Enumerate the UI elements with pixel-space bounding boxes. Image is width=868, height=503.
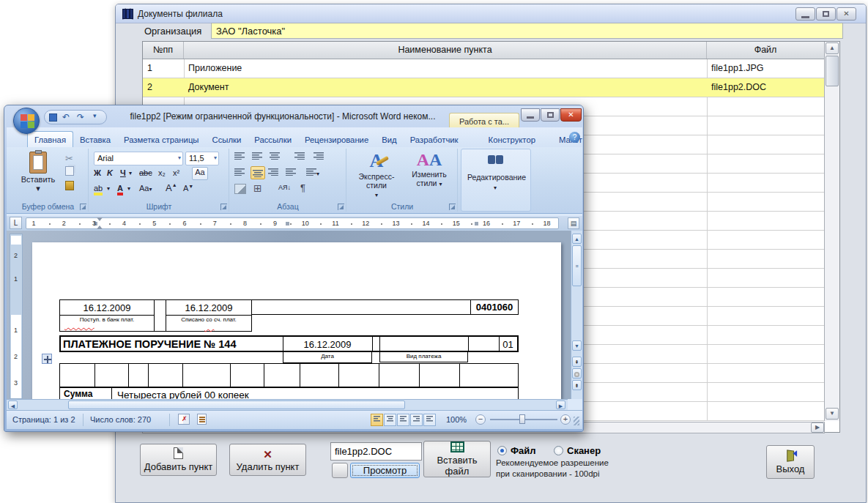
redo-icon[interactable]: ↷ bbox=[77, 112, 84, 122]
highlight-dropdown-icon[interactable]: ▾ bbox=[107, 185, 110, 192]
numbering-icon[interactable] bbox=[252, 152, 262, 161]
print-layout-view-button[interactable] bbox=[371, 414, 383, 426]
undo-icon[interactable]: ↶ bbox=[62, 112, 70, 122]
shading-icon[interactable] bbox=[234, 184, 246, 194]
minimize-button[interactable] bbox=[795, 7, 815, 21]
ribbon-tab[interactable]: Разработчик bbox=[404, 132, 465, 147]
table-vertical-scrollbar[interactable]: ▲ ▼ bbox=[824, 42, 839, 421]
align-center-icon[interactable] bbox=[251, 166, 265, 179]
font-size-combo[interactable]: 11,5▾ bbox=[185, 152, 219, 165]
table-column-marker[interactable] bbox=[474, 221, 479, 226]
sort-icon[interactable]: АЯ↓ bbox=[278, 184, 291, 191]
resize-grip[interactable] bbox=[574, 417, 579, 425]
fullscreen-reading-view-button[interactable] bbox=[384, 414, 396, 426]
radio-scanner-label[interactable]: Сканер bbox=[567, 445, 601, 456]
insert-file-button[interactable]: Вставить файл bbox=[423, 441, 491, 477]
draft-view-button[interactable] bbox=[423, 414, 436, 426]
multilevel-list-icon[interactable] bbox=[270, 152, 280, 161]
previous-page-button[interactable]: ⇞ bbox=[572, 357, 582, 367]
clear-preview-button[interactable] bbox=[332, 463, 348, 478]
borders-icon[interactable]: ⊞ bbox=[253, 182, 262, 194]
macro-record-icon[interactable] bbox=[197, 414, 207, 425]
radio-file-label[interactable]: Файл bbox=[511, 445, 536, 456]
bold-button[interactable]: Ж bbox=[94, 168, 101, 177]
zoom-in-button[interactable]: + bbox=[560, 414, 571, 425]
align-right-icon[interactable] bbox=[268, 168, 278, 177]
zoom-out-button[interactable]: − bbox=[475, 414, 486, 425]
filename-input[interactable] bbox=[330, 442, 422, 461]
word-vertical-scrollbar[interactable]: ▲ ≡ ▼ ⇞ ⇟ bbox=[571, 231, 582, 399]
word-minimize-button[interactable] bbox=[521, 108, 540, 122]
bullets-icon[interactable] bbox=[234, 152, 245, 161]
ribbon-tab[interactable]: Ссылки bbox=[205, 132, 248, 147]
word-horizontal-scrollbar[interactable]: ◀ ▶ bbox=[7, 399, 568, 410]
scroll-right-icon[interactable]: ▶ bbox=[811, 422, 824, 433]
underline-dropdown-icon[interactable]: ▾ bbox=[129, 170, 132, 176]
font-color-button[interactable]: А bbox=[117, 184, 123, 195]
add-item-button[interactable]: Добавить пункт bbox=[140, 444, 217, 476]
font-color-dropdown-icon[interactable]: ▾ bbox=[127, 185, 130, 192]
ribbon-context-tab[interactable]: Конструктор bbox=[477, 132, 547, 147]
save-icon[interactable] bbox=[49, 113, 57, 122]
styles-dialog-launcher[interactable] bbox=[449, 204, 456, 210]
document-area[interactable]: 21123 16.12.2009 Поступ. в банк плат. ww… bbox=[7, 231, 571, 399]
decrease-indent-icon[interactable] bbox=[294, 152, 305, 161]
word-restore-button[interactable] bbox=[541, 108, 560, 122]
word-count[interactable]: Число слов: 270 bbox=[90, 415, 151, 424]
change-styles-button[interactable]: AA Изменить стили ▾ bbox=[407, 150, 451, 187]
tab-stop-selector[interactable]: L bbox=[10, 217, 22, 229]
spellcheck-icon[interactable]: ✗ bbox=[178, 414, 190, 425]
qat-customize-icon[interactable]: ▾ bbox=[93, 112, 97, 119]
clipboard-dialog-launcher[interactable] bbox=[80, 204, 86, 210]
vertical-ruler[interactable]: 21123 bbox=[10, 234, 23, 399]
select-browse-object-button[interactable] bbox=[572, 368, 582, 379]
quick-styles-button[interactable]: A Экспресс-стили ▾ bbox=[353, 150, 400, 198]
restore-button[interactable] bbox=[816, 7, 836, 21]
italic-button[interactable]: K bbox=[107, 168, 113, 177]
zoom-slider-handle[interactable] bbox=[519, 414, 525, 424]
radio-scanner[interactable] bbox=[554, 446, 563, 455]
change-case-button[interactable]: Aa▾ bbox=[139, 184, 152, 193]
preview-button[interactable]: Просмотр bbox=[350, 463, 420, 478]
document-page[interactable]: 16.12.2009 Поступ. в банк плат. wwwwww 1… bbox=[32, 242, 561, 399]
office-button[interactable] bbox=[13, 108, 40, 134]
table-move-handle[interactable] bbox=[42, 354, 52, 364]
doc-scrollbar-thumb[interactable]: ≡ bbox=[572, 245, 582, 286]
copy-icon[interactable] bbox=[65, 166, 74, 176]
justify-icon[interactable] bbox=[286, 168, 296, 177]
shrink-font-button[interactable]: А▼ bbox=[183, 184, 193, 193]
doc-hscrollbar-thumb[interactable] bbox=[68, 400, 405, 409]
outline-view-button[interactable] bbox=[410, 414, 423, 426]
horizontal-ruler[interactable]: 123456789101112131415161718 bbox=[26, 217, 559, 229]
font-name-combo[interactable]: Arial▾ bbox=[94, 152, 183, 165]
line-spacing-icon[interactable]: ▾ bbox=[306, 168, 319, 177]
doc-scroll-left-icon[interactable]: ◀ bbox=[8, 400, 18, 409]
scroll-down-icon[interactable]: ▼ bbox=[826, 408, 839, 420]
ribbon-tab[interactable]: Вставка bbox=[73, 132, 117, 147]
table-column-marker[interactable] bbox=[285, 221, 290, 226]
underline-button[interactable]: Ч bbox=[120, 168, 126, 177]
clear-formatting-button[interactable]: Aa bbox=[192, 167, 208, 180]
strikethrough-button[interactable]: abc bbox=[139, 168, 152, 177]
ribbon-tab[interactable]: Разметка страницы bbox=[117, 132, 205, 147]
close-button[interactable]: ✕ bbox=[837, 7, 856, 21]
doc-scroll-right-icon[interactable]: ▶ bbox=[556, 400, 565, 409]
table-row[interactable]: 2Документfile1pp2.DOC bbox=[143, 78, 824, 97]
hanging-indent-marker[interactable] bbox=[97, 223, 103, 229]
increase-indent-icon[interactable] bbox=[314, 152, 324, 161]
radio-file[interactable] bbox=[497, 446, 507, 455]
ribbon-tab[interactable]: Вид bbox=[375, 132, 403, 147]
page-indicator[interactable]: Страница: 1 из 2 bbox=[12, 415, 75, 424]
web-layout-view-button[interactable] bbox=[397, 414, 409, 426]
table-row[interactable]: 1Приложениеfile1pp1.JPG bbox=[143, 59, 824, 78]
highlight-button[interactable]: ab bbox=[94, 184, 103, 195]
scrollbar-thumb[interactable] bbox=[826, 56, 839, 86]
ribbon-tab[interactable]: Главная bbox=[27, 131, 73, 147]
word-close-button[interactable]: ✕ bbox=[560, 108, 582, 122]
ruler-toggle-button[interactable]: ▤ bbox=[568, 217, 579, 229]
font-dialog-launcher[interactable] bbox=[220, 204, 227, 210]
paste-button[interactable]: Вставить ▾ bbox=[20, 152, 56, 191]
format-painter-icon[interactable] bbox=[65, 181, 74, 190]
delete-item-button[interactable]: ✕ Удалить пункт bbox=[229, 444, 306, 476]
next-page-button[interactable]: ⇟ bbox=[572, 380, 582, 390]
